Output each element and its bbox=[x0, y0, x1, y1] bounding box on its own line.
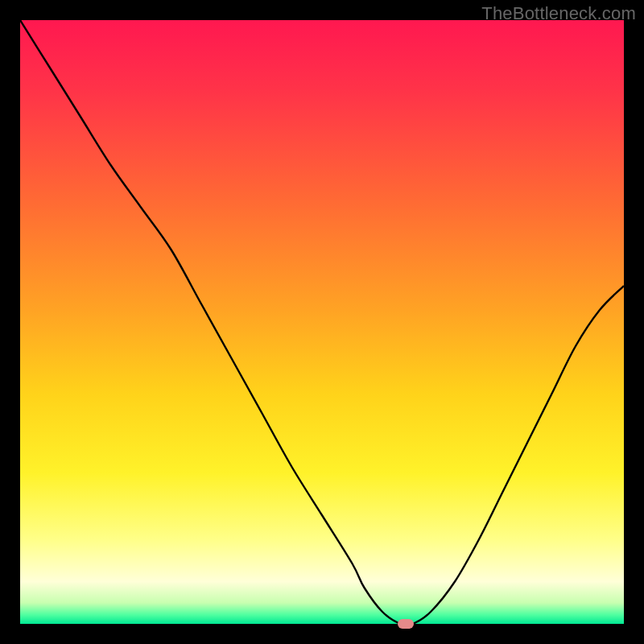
chart-frame: TheBottleneck.com bbox=[0, 0, 644, 644]
watermark-text: TheBottleneck.com bbox=[481, 3, 636, 24]
chart-plot-area bbox=[20, 20, 624, 624]
chart-svg bbox=[20, 20, 624, 624]
optimal-point-marker bbox=[398, 619, 414, 629]
gradient-background bbox=[20, 20, 624, 624]
